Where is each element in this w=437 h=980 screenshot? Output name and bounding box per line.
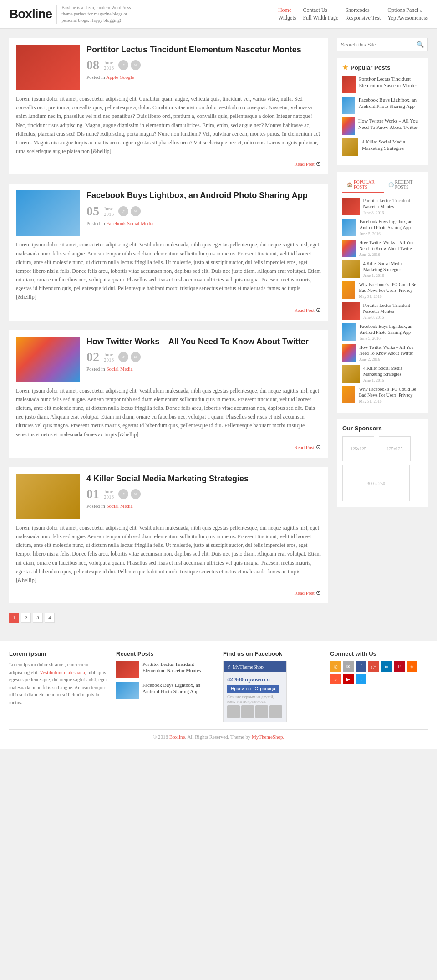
tabbed-post-title[interactable]: Porttitor Lectus Tincidunt Nascetur Mont… (363, 198, 422, 209)
tabbed-post-date: June 8, 2016 (363, 210, 422, 215)
page-btn-1[interactable]: 1 (9, 612, 19, 623)
site-header: Boxline Boxline is a clean, modern WordP… (0, 0, 437, 29)
tabbed-thumb (342, 365, 360, 383)
share-icon[interactable]: ⟳ (118, 489, 128, 499)
post-title[interactable]: 4 Killer Social Media Marketing Strategi… (86, 474, 321, 484)
post-date-month-year: June 2016 (104, 489, 114, 500)
star-icon: ★ (342, 64, 348, 71)
post-meta: Facebook Buys Lightbox, an Android Photo… (86, 190, 321, 236)
linkedin-icon[interactable]: in (381, 661, 392, 672)
post-excerpt: Lorem ipsum dolor sit amet, consectetur … (16, 240, 321, 301)
nav-responsive[interactable]: Responsive Test (345, 15, 381, 21)
nav-widgets[interactable]: Widgets (278, 15, 296, 21)
page-btn-3[interactable]: 3 (33, 612, 43, 623)
sponsor-box-2[interactable]: 125x125 (379, 436, 411, 461)
site-tagline: Boxline is a clean, modern WordPress the… (56, 5, 138, 24)
sidebar-post-title[interactable]: Facebook Buys Lightbox, an Android Photo… (359, 97, 422, 110)
nav-options[interactable]: Options Panel » (387, 7, 428, 14)
tab-recent[interactable]: 🕐 RECENT POSTS (384, 177, 422, 193)
search-icon[interactable]: 🔍 (413, 38, 427, 51)
footer-columns: Lorem ipsum Lorem ipsum dolor sit amet, … (9, 650, 428, 722)
email-icon[interactable]: ✉ (343, 661, 354, 672)
sidebar: 🔍 ★ Popular Posts Porttitor Lectus Tinci… (337, 38, 428, 632)
rss-icon[interactable]: ◎ (330, 661, 341, 672)
twitter-icon[interactable]: t (356, 674, 366, 684)
tabbed-post-title[interactable]: Porttitor Lectus Tincidunt Nascetur Mont… (363, 302, 422, 314)
tabbed-post-title[interactable]: How Twitter Works – All You Need To Know… (359, 240, 422, 251)
read-more: Read Post ⊙ (16, 160, 321, 168)
tabbed-post-date: June 1, 2016 (363, 273, 422, 278)
tabbed-post-date: June 8, 2016 (363, 315, 422, 320)
post-excerpt: Lorem ipsum dolor sit amet, consectetur … (16, 387, 321, 439)
post-card: Facebook Buys Lightbox, an Android Photo… (9, 184, 328, 320)
footer-col-4-title: Connect with Us (330, 650, 428, 657)
tabbed-post-title[interactable]: 4 Killer Social Media Marketing Strategi… (363, 365, 422, 377)
tabbed-post-meta: How Twitter Works – All You Need To Know… (359, 240, 422, 257)
footer-post-title[interactable]: Facebook Buys Lightbox, an Android Photo… (142, 682, 214, 699)
sidebar-post-title[interactable]: Porttitor Lectus Tincidunt Elementum Nas… (359, 76, 423, 89)
nav-yep[interactable]: Yep Awesomeness (387, 15, 428, 21)
read-more-link[interactable]: Read Post (294, 444, 314, 450)
tabbed-post-title[interactable]: Facebook Buys Lightbox, an Android Photo… (360, 323, 422, 335)
sidebar-thumb (342, 97, 355, 114)
post-thumbnail (16, 45, 80, 90)
sidebar-search: 🔍 (337, 38, 428, 51)
fb-like-button[interactable]: Нравится · Страница (227, 685, 279, 693)
search-input[interactable] (337, 39, 413, 50)
footer-col-2-title: Recent Posts (116, 650, 214, 657)
site-logo[interactable]: Boxline (9, 7, 52, 21)
comment-icon[interactable]: ✉ (131, 206, 141, 216)
google-plus-icon[interactable]: g+ (368, 661, 379, 672)
sponsor-box-large[interactable]: 300 x 250 (342, 465, 410, 501)
nav-home[interactable]: Home (278, 7, 296, 14)
comment-icon[interactable]: ✉ (131, 489, 141, 499)
feed-icon[interactable]: ◈ (407, 661, 417, 672)
read-more-link[interactable]: Read Post (294, 161, 314, 167)
nav-contact[interactable]: Contact Us (303, 7, 338, 14)
tabbed-thumb (342, 323, 356, 341)
tabbed-post-title[interactable]: 4 Killer Social Media Marketing Strategi… (363, 260, 422, 272)
post-title[interactable]: Porttitor Lectus Tincidunt Elementum Nas… (86, 45, 321, 55)
share-icon[interactable]: ⟳ (118, 60, 128, 70)
page-btn-4[interactable]: 4 (45, 612, 55, 623)
tabbed-thumb (342, 198, 360, 215)
sidebar-post-title[interactable]: 4 Killer Social Media Marketing Strategi… (362, 138, 422, 152)
tabbed-post-meta: Why Facebook's IPO Could Be Bad News For… (359, 386, 422, 403)
post-social-icons: ⟳ ✉ (118, 352, 141, 362)
post-card: 4 Killer Social Media Marketing Strategi… (9, 467, 328, 603)
tabs-row: 🏠 POPULAR POSTS 🕐 RECENT POSTS (342, 177, 422, 193)
tabbed-post-title[interactable]: Facebook Buys Lightbox, an Android Photo… (360, 219, 422, 230)
nav-col-4: Options Panel » Yep Awesomeness (387, 7, 428, 21)
footer-post-title[interactable]: Porttitor Lectus Tincidunt Elementum Nas… (142, 661, 214, 678)
post-title[interactable]: How Twitter Works – All You Need To Know… (86, 337, 321, 347)
page-btn-2[interactable]: 2 (21, 612, 31, 623)
sidebar-post-title[interactable]: How Twitter Works – All You Need To Know… (358, 117, 422, 131)
tabbed-post-date: May 31, 2016 (359, 399, 422, 403)
share-icon[interactable]: ⟳ (118, 206, 128, 216)
tabbed-thumb (342, 281, 355, 299)
tabbed-post-title[interactable]: Why Facebook's IPO Could Be Bad News For… (359, 386, 422, 398)
nav-fullwidth[interactable]: Full Width Page (303, 15, 338, 21)
tab-popular[interactable]: 🏠 POPULAR POSTS (342, 177, 384, 193)
stumbleupon-icon[interactable]: S (330, 674, 341, 684)
footer-theme-link[interactable]: MyThemeShop. (252, 734, 284, 740)
nav-shortcodes[interactable]: Shortcodes (345, 7, 381, 14)
tabbed-post-title[interactable]: Why Facebook's IPO Could Be Bad News For… (359, 281, 422, 293)
fb-header: f MyThemeShop (224, 661, 286, 672)
read-more-link[interactable]: Read Post (294, 590, 314, 596)
footer-link[interactable]: Vestibulum malesuada (40, 669, 85, 675)
youtube-icon[interactable]: ▶ (343, 674, 354, 684)
read-more-link[interactable]: Read Post (294, 307, 314, 313)
facebook-icon[interactable]: f (356, 661, 366, 672)
comment-icon[interactable]: ✉ (131, 60, 141, 70)
tabbed-post-item: Porttitor Lectus Tincidunt Nascetur Mont… (342, 198, 422, 215)
share-icon[interactable]: ⟳ (118, 352, 128, 362)
sponsor-box-1[interactable]: 125x125 (342, 436, 374, 461)
tabbed-post-title[interactable]: How Twitter Works – All You Need To Know… (359, 344, 422, 356)
post-title[interactable]: Facebook Buys Lightbox, an Android Photo… (86, 190, 321, 201)
post-card: How Twitter Works – All You Need To Know… (9, 330, 328, 458)
comment-icon[interactable]: ✉ (131, 352, 141, 362)
footer-brand[interactable]: Boxline (169, 734, 185, 740)
pinterest-icon[interactable]: P (394, 661, 405, 672)
content-area: Porttitor Lectus Tincidunt Elementum Nas… (0, 29, 437, 641)
